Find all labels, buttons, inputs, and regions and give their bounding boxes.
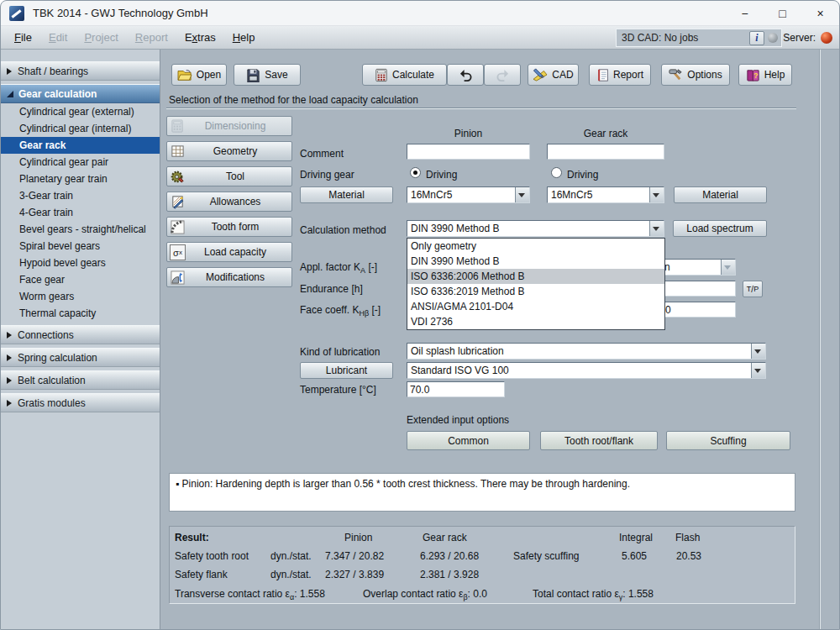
load-spectrum-button[interactable]: Load spectrum <box>673 220 767 237</box>
driving-rack-radio[interactable] <box>551 167 562 178</box>
calc-method-dropdown-list: Only geometry DIN 3990 Method B ISO 6336… <box>407 238 665 330</box>
dropdown-option-ansi-agma[interactable]: ANSI/AGMA 2101-D04 <box>407 299 664 314</box>
sigma-x-icon: σx <box>170 244 186 260</box>
sidebar-item-planetary-gear-train[interactable]: Planetary gear train <box>1 171 160 187</box>
sidebar-section-belt-calculation[interactable]: Belt calculation <box>1 370 160 390</box>
lubrication-select[interactable]: Oil splash lubrication <box>407 343 766 360</box>
dimensioning-button: Dimensioning <box>166 116 292 136</box>
safety-tooth-root-pinion-value: 7.347 / 20.82 <box>325 550 384 562</box>
safety-tooth-root-rack-value: 6.293 / 20.68 <box>420 550 479 562</box>
options-button[interactable]: Options <box>661 64 730 86</box>
total-contact-ratio: Total contact ratio εγ: 1.558 <box>533 588 654 601</box>
chevron-down-icon[interactable] <box>515 187 529 202</box>
menu-file[interactable]: File <box>6 28 40 47</box>
torque-power-toggle-button[interactable]: T/P <box>743 281 763 297</box>
material-pinion-select[interactable]: 16MnCr5 <box>407 186 530 203</box>
lubricant-select[interactable]: Standard ISO VG 100 <box>407 362 766 379</box>
comment-pinion-input[interactable] <box>407 144 530 160</box>
sidebar-item-cylindrical-gear-internal[interactable]: Cylindrical gear (internal) <box>1 120 160 137</box>
splitter-handle[interactable] <box>819 50 821 630</box>
load-capacity-button[interactable]: σx Load capacity <box>166 242 292 262</box>
temperature-input[interactable] <box>407 381 505 397</box>
menu-extras[interactable]: Extras <box>176 28 224 47</box>
report-button[interactable]: Report <box>589 64 651 86</box>
material-pinion-button[interactable]: Material <box>300 186 393 203</box>
driving-pinion-radio[interactable] <box>410 167 421 178</box>
safety-flank-pinion-value: 2.327 / 3.839 <box>325 569 384 580</box>
chevron-down-icon[interactable] <box>751 344 765 359</box>
help-button[interactable]: ? Help <box>738 64 792 86</box>
sidebar-section-spring-calculation[interactable]: Spring calculation <box>1 348 160 367</box>
sidebar-section-shaft-bearings[interactable]: Shaft / bearings <box>1 61 160 81</box>
cad-status-text: 3D CAD: No jobs <box>617 32 749 44</box>
menu-help[interactable]: Help <box>224 28 264 47</box>
sidebar-section-gratis-modules[interactable]: Gratis modules <box>1 393 160 412</box>
chevron-right-icon <box>7 68 12 75</box>
section-title: Selection of the method for the load cap… <box>169 94 418 106</box>
lubricant-button[interactable]: Lubricant <box>300 362 393 379</box>
tooth-form-icon <box>170 219 186 235</box>
sidebar-item-cylindrical-gear-pair[interactable]: Cylindrical gear pair <box>1 154 160 171</box>
sidebar-item-bevel-gears[interactable]: Bevel gears - straight/helical <box>1 221 160 238</box>
result-col-gear-rack: Gear rack <box>423 532 467 543</box>
menu-project: Project <box>76 28 126 47</box>
minimize-button[interactable]: − <box>726 1 764 26</box>
cad-info-button[interactable]: i <box>749 31 764 45</box>
dropdown-option-iso-6336-2006[interactable]: ISO 6336:2006 Method B <box>407 269 664 284</box>
result-col-pinion: Pinion <box>344 532 372 543</box>
common-button[interactable]: Common <box>407 431 530 450</box>
sidebar-item-cylindrical-gear-external[interactable]: Cylindrical gear (external) <box>1 103 160 120</box>
allowances-icon <box>170 194 186 210</box>
menu-report: Report <box>127 28 176 47</box>
sidebar-item-spiral-bevel-gears[interactable]: Spiral bevel gears <box>1 238 160 255</box>
modifications-button[interactable]: Modifications <box>166 267 292 287</box>
calc-method-select[interactable]: DIN 3990 Method B <box>407 220 664 237</box>
safety-tooth-root-mode: dyn./stat. <box>270 550 312 562</box>
modifications-icon <box>170 270 186 286</box>
endurance-label: Endurance [h] <box>300 283 363 295</box>
sidebar-item-3-gear-train[interactable]: 3-Gear train <box>1 187 160 204</box>
material-rack-button[interactable]: Material <box>674 186 767 203</box>
save-button[interactable]: Save <box>234 64 301 86</box>
dropdown-option-only-geometry[interactable]: Only geometry <box>407 239 664 254</box>
geometry-button[interactable]: Geometry <box>166 141 292 161</box>
maximize-button[interactable]: □ <box>764 1 801 26</box>
dropdown-option-vdi-2736[interactable]: VDI 2736 <box>407 314 664 329</box>
sidebar: Shaft / bearings Gear calculation Cylind… <box>1 50 160 630</box>
tooth-root-flank-button[interactable]: Tooth root/flank <box>540 431 658 450</box>
sidebar-item-worm-gears[interactable]: Worm gears <box>1 288 160 305</box>
menu-bar: File Edit Project Report Extras Help 3D … <box>1 26 839 50</box>
chevron-down-icon[interactable] <box>649 221 664 236</box>
sidebar-item-gear-rack[interactable]: Gear rack <box>1 137 160 154</box>
chevron-down-icon <box>721 260 735 275</box>
comment-label: Comment <box>300 148 344 160</box>
sidebar-item-4-gear-train[interactable]: 4-Gear train <box>1 204 160 221</box>
cad-ruler-pencil-icon <box>533 68 548 81</box>
open-folder-icon <box>177 68 192 81</box>
chevron-down-icon[interactable] <box>649 187 664 202</box>
chevron-right-icon <box>7 377 12 384</box>
overlap-contact-ratio: Overlap contact ratio εβ: 0.0 <box>363 588 487 601</box>
sidebar-item-face-gear[interactable]: Face gear <box>1 271 160 288</box>
sidebar-section-gear-calculation[interactable]: Gear calculation <box>1 84 160 103</box>
close-button[interactable]: × <box>801 1 839 26</box>
dropdown-option-din-3990[interactable]: DIN 3990 Method B <box>407 254 664 269</box>
menu-edit: Edit <box>40 28 76 47</box>
cad-button[interactable]: CAD <box>528 64 579 86</box>
comment-rack-input[interactable] <box>547 144 664 160</box>
calculate-button[interactable]: Calculate <box>362 64 447 86</box>
material-rack-select[interactable]: 16MnCr5 <box>547 186 664 203</box>
tooth-form-button[interactable]: Tooth form <box>166 217 292 237</box>
extended-options-label: Extended input options <box>407 414 509 426</box>
sidebar-item-thermal-capacity[interactable]: Thermal capacity <box>1 305 160 322</box>
chevron-down-icon[interactable] <box>751 363 765 378</box>
scuffing-button[interactable]: Scuffing <box>666 431 790 450</box>
sidebar-section-connections[interactable]: Connections <box>1 325 160 344</box>
undo-button[interactable] <box>447 64 484 86</box>
sidebar-item-hypoid-bevel-gears[interactable]: Hypoid bevel gears <box>1 255 160 271</box>
tool-button[interactable]: Tool <box>166 166 292 186</box>
title-bar: TBK 2014 - GWJ Technology GmbH − □ × <box>1 1 839 26</box>
open-button[interactable]: Open <box>171 64 227 86</box>
dropdown-option-iso-6336-2019[interactable]: ISO 6336:2019 Method B <box>407 284 664 299</box>
allowances-button[interactable]: Allowances <box>166 192 292 212</box>
